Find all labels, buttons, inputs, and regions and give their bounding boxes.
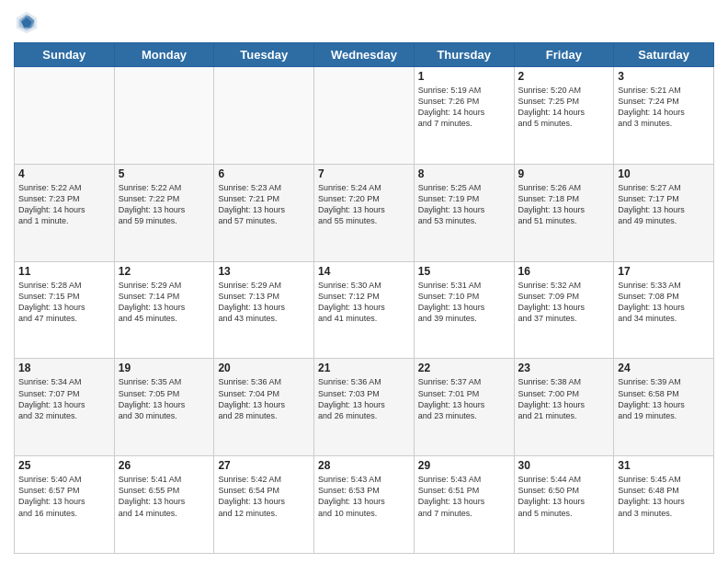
day-number: 21: [318, 362, 410, 374]
day-number: 16: [518, 265, 610, 278]
day-number: 26: [119, 459, 210, 472]
cell-info: Sunrise: 5:33 AM Sunset: 7:08 PM Dayligh…: [618, 280, 710, 325]
cell-info: Sunrise: 5:35 AM Sunset: 7:05 PM Dayligh…: [119, 376, 210, 421]
calendar-cell: [214, 67, 314, 165]
cell-info: Sunrise: 5:20 AM Sunset: 7:25 PM Dayligh…: [518, 85, 610, 130]
cell-info: Sunrise: 5:36 AM Sunset: 7:04 PM Dayligh…: [218, 376, 310, 421]
calendar-cell: 18Sunrise: 5:34 AM Sunset: 7:07 PM Dayli…: [15, 359, 115, 456]
dow-header: Saturday: [614, 43, 714, 67]
cell-info: Sunrise: 5:21 AM Sunset: 7:24 PM Dayligh…: [618, 85, 710, 130]
day-number: 4: [18, 167, 110, 180]
days-of-week-row: SundayMondayTuesdayWednesdayThursdayFrid…: [15, 43, 714, 67]
day-number: 23: [518, 362, 610, 374]
calendar-week-row: 4Sunrise: 5:22 AM Sunset: 7:23 PM Daylig…: [15, 164, 714, 261]
day-number: 6: [218, 167, 310, 180]
calendar-week-row: 18Sunrise: 5:34 AM Sunset: 7:07 PM Dayli…: [15, 359, 714, 456]
calendar-cell: 30Sunrise: 5:44 AM Sunset: 6:50 PM Dayli…: [514, 456, 614, 554]
dow-header: Monday: [114, 43, 214, 67]
calendar-table: SundayMondayTuesdayWednesdayThursdayFrid…: [14, 42, 714, 554]
day-number: 15: [418, 265, 510, 278]
cell-info: Sunrise: 5:29 AM Sunset: 7:14 PM Dayligh…: [119, 280, 210, 325]
day-number: 8: [418, 167, 510, 180]
dow-header: Tuesday: [214, 43, 314, 67]
day-number: 22: [418, 362, 510, 374]
day-number: 24: [618, 362, 710, 374]
calendar-cell: 14Sunrise: 5:30 AM Sunset: 7:12 PM Dayli…: [314, 261, 415, 359]
dow-header: Thursday: [414, 43, 514, 67]
day-number: 5: [119, 167, 210, 180]
calendar-cell: 19Sunrise: 5:35 AM Sunset: 7:05 PM Dayli…: [114, 359, 214, 456]
calendar-week-row: 1Sunrise: 5:19 AM Sunset: 7:26 PM Daylig…: [15, 67, 714, 165]
calendar-cell: 11Sunrise: 5:28 AM Sunset: 7:15 PM Dayli…: [15, 261, 115, 359]
cell-info: Sunrise: 5:32 AM Sunset: 7:09 PM Dayligh…: [518, 280, 610, 325]
dow-header: Wednesday: [314, 43, 415, 67]
dow-header: Sunday: [15, 43, 115, 67]
day-number: 17: [618, 265, 710, 278]
cell-info: Sunrise: 5:40 AM Sunset: 6:57 PM Dayligh…: [18, 474, 110, 519]
calendar-cell: 31Sunrise: 5:45 AM Sunset: 6:48 PM Dayli…: [614, 456, 714, 554]
day-number: 20: [218, 362, 310, 374]
calendar-cell: 9Sunrise: 5:26 AM Sunset: 7:18 PM Daylig…: [514, 164, 614, 261]
cell-info: Sunrise: 5:22 AM Sunset: 7:22 PM Dayligh…: [119, 182, 210, 227]
day-number: 11: [18, 265, 110, 278]
calendar-cell: 1Sunrise: 5:19 AM Sunset: 7:26 PM Daylig…: [414, 67, 514, 165]
cell-info: Sunrise: 5:43 AM Sunset: 6:53 PM Dayligh…: [318, 474, 410, 519]
calendar-cell: 20Sunrise: 5:36 AM Sunset: 7:04 PM Dayli…: [214, 359, 314, 456]
cell-info: Sunrise: 5:26 AM Sunset: 7:18 PM Dayligh…: [518, 182, 610, 227]
cell-info: Sunrise: 5:42 AM Sunset: 6:54 PM Dayligh…: [218, 474, 310, 519]
cell-info: Sunrise: 5:36 AM Sunset: 7:03 PM Dayligh…: [318, 376, 410, 421]
calendar-week-row: 25Sunrise: 5:40 AM Sunset: 6:57 PM Dayli…: [15, 456, 714, 554]
cell-info: Sunrise: 5:22 AM Sunset: 7:23 PM Dayligh…: [18, 182, 110, 227]
calendar-cell: [114, 67, 214, 165]
calendar-cell: 29Sunrise: 5:43 AM Sunset: 6:51 PM Dayli…: [414, 456, 514, 554]
calendar-cell: 25Sunrise: 5:40 AM Sunset: 6:57 PM Dayli…: [15, 456, 115, 554]
cell-info: Sunrise: 5:30 AM Sunset: 7:12 PM Dayligh…: [318, 280, 410, 325]
day-number: 1: [418, 70, 510, 83]
day-number: 13: [218, 265, 310, 278]
day-number: 18: [18, 362, 110, 374]
day-number: 12: [119, 265, 210, 278]
logo: [14, 9, 43, 35]
calendar-cell: [314, 67, 415, 165]
calendar-cell: 17Sunrise: 5:33 AM Sunset: 7:08 PM Dayli…: [614, 261, 714, 359]
cell-info: Sunrise: 5:27 AM Sunset: 7:17 PM Dayligh…: [618, 182, 710, 227]
cell-info: Sunrise: 5:25 AM Sunset: 7:19 PM Dayligh…: [418, 182, 510, 227]
calendar-cell: 5Sunrise: 5:22 AM Sunset: 7:22 PM Daylig…: [114, 164, 214, 261]
cell-info: Sunrise: 5:19 AM Sunset: 7:26 PM Dayligh…: [418, 85, 510, 130]
header: [14, 9, 714, 35]
cell-info: Sunrise: 5:45 AM Sunset: 6:48 PM Dayligh…: [618, 474, 710, 519]
calendar-cell: 4Sunrise: 5:22 AM Sunset: 7:23 PM Daylig…: [15, 164, 115, 261]
calendar-cell: 16Sunrise: 5:32 AM Sunset: 7:09 PM Dayli…: [514, 261, 614, 359]
day-number: 27: [218, 459, 310, 472]
logo-icon: [14, 9, 40, 35]
day-number: 2: [518, 70, 610, 83]
calendar-cell: 15Sunrise: 5:31 AM Sunset: 7:10 PM Dayli…: [414, 261, 514, 359]
calendar-cell: 13Sunrise: 5:29 AM Sunset: 7:13 PM Dayli…: [214, 261, 314, 359]
calendar-cell: 21Sunrise: 5:36 AM Sunset: 7:03 PM Dayli…: [314, 359, 415, 456]
day-number: 25: [18, 459, 110, 472]
calendar-cell: 26Sunrise: 5:41 AM Sunset: 6:55 PM Dayli…: [114, 456, 214, 554]
cell-info: Sunrise: 5:44 AM Sunset: 6:50 PM Dayligh…: [518, 474, 610, 519]
day-number: 10: [618, 167, 710, 180]
calendar-week-row: 11Sunrise: 5:28 AM Sunset: 7:15 PM Dayli…: [15, 261, 714, 359]
cell-info: Sunrise: 5:34 AM Sunset: 7:07 PM Dayligh…: [18, 376, 110, 421]
cell-info: Sunrise: 5:38 AM Sunset: 7:00 PM Dayligh…: [518, 376, 610, 421]
dow-header: Friday: [514, 43, 614, 67]
day-number: 19: [119, 362, 210, 374]
calendar-cell: 8Sunrise: 5:25 AM Sunset: 7:19 PM Daylig…: [414, 164, 514, 261]
calendar-body: 1Sunrise: 5:19 AM Sunset: 7:26 PM Daylig…: [15, 67, 714, 554]
cell-info: Sunrise: 5:24 AM Sunset: 7:20 PM Dayligh…: [318, 182, 410, 227]
day-number: 30: [518, 459, 610, 472]
calendar-cell: 23Sunrise: 5:38 AM Sunset: 7:00 PM Dayli…: [514, 359, 614, 456]
page: SundayMondayTuesdayWednesdayThursdayFrid…: [0, 0, 728, 563]
calendar-cell: 12Sunrise: 5:29 AM Sunset: 7:14 PM Dayli…: [114, 261, 214, 359]
day-number: 9: [518, 167, 610, 180]
cell-info: Sunrise: 5:37 AM Sunset: 7:01 PM Dayligh…: [418, 376, 510, 421]
day-number: 7: [318, 167, 410, 180]
calendar-cell: 7Sunrise: 5:24 AM Sunset: 7:20 PM Daylig…: [314, 164, 415, 261]
day-number: 14: [318, 265, 410, 278]
calendar-cell: 2Sunrise: 5:20 AM Sunset: 7:25 PM Daylig…: [514, 67, 614, 165]
cell-info: Sunrise: 5:29 AM Sunset: 7:13 PM Dayligh…: [218, 280, 310, 325]
day-number: 31: [618, 459, 710, 472]
day-number: 29: [418, 459, 510, 472]
